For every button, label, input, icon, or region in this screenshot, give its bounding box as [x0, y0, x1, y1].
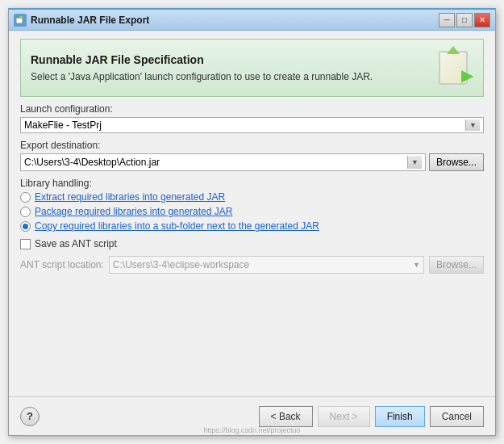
footer-left: ?	[20, 407, 259, 426]
library-handling-group: Library handling: Extract required libra…	[20, 178, 484, 232]
launch-config-value: MakeFlie - TestPrj	[24, 119, 465, 131]
export-dest-value: C:\Users\3-4\Desktop\Action.jar	[24, 157, 407, 168]
window-title: Runnable JAR File Export	[31, 15, 439, 26]
svg-rect-0	[16, 18, 23, 23]
launch-config-arrow[interactable]: ▼	[465, 119, 480, 131]
ant-browse-button[interactable]: Browse...	[429, 256, 484, 274]
svg-marker-1	[19, 16, 23, 19]
page-subtitle: Select a 'Java Application' launch confi…	[31, 71, 425, 82]
radio-extract-input[interactable]	[20, 192, 31, 203]
ant-checkbox[interactable]	[20, 239, 31, 249]
header-section: Runnable JAR File Specification Select a…	[20, 39, 484, 97]
ant-input-arrow: ▼	[413, 261, 420, 269]
window-icon	[14, 14, 27, 27]
library-handling-label: Library handling:	[20, 178, 484, 189]
radio-package-label: Package required libraries into generate…	[35, 206, 232, 217]
back-button[interactable]: < Back	[259, 406, 313, 427]
ant-script-input: C:\Users\3-4\eclipse-workspace ▼	[109, 256, 424, 274]
main-content: Runnable JAR File Specification Select a…	[9, 31, 495, 396]
ant-checkbox-row: Save as ANT script	[20, 238, 484, 249]
export-dest-row: C:\Users\3-4\Desktop\Action.jar ▼ Browse…	[20, 153, 484, 171]
radio-extract-label: Extract required libraries into generate…	[35, 191, 225, 203]
cancel-button[interactable]: Cancel	[430, 406, 484, 427]
radio-package[interactable]: Package required libraries into generate…	[20, 206, 484, 217]
export-browse-button[interactable]: Browse...	[429, 153, 484, 171]
header-icon-area: ▶	[433, 48, 473, 88]
watermark-url: https://blog.csdn.net/projectuo	[203, 426, 300, 434]
export-dest-label: Export destination:	[20, 140, 484, 151]
ant-checkbox-label: Save as ANT script	[35, 238, 117, 249]
main-window: Runnable JAR File Export ─ □ ✕ Runnable …	[8, 8, 496, 436]
header-text: Runnable JAR File Specification Select a…	[31, 53, 425, 82]
finish-button[interactable]: Finish	[375, 406, 425, 427]
page-title: Runnable JAR File Specification	[31, 53, 425, 66]
radio-extract[interactable]: Extract required libraries into generate…	[20, 191, 484, 203]
radio-copy[interactable]: Copy required libraries into a sub-folde…	[20, 220, 484, 232]
export-dest-dropdown[interactable]: C:\Users\3-4\Desktop\Action.jar ▼	[20, 153, 426, 171]
export-dest-arrow[interactable]: ▼	[407, 156, 422, 169]
arrow-icon: ▶	[461, 65, 473, 85]
export-dest-group: Export destination: C:\Users\3-4\Desktop…	[20, 140, 484, 171]
close-button[interactable]: ✕	[474, 13, 490, 27]
ant-location-row: ANT script location: C:\Users\3-4\eclips…	[20, 256, 484, 274]
ant-script-value: C:\Users\3-4\eclipse-workspace	[113, 259, 249, 270]
radio-package-input[interactable]	[20, 207, 31, 217]
window-controls: ─ □ ✕	[439, 13, 490, 27]
help-button[interactable]: ?	[20, 407, 40, 426]
title-bar: Runnable JAR File Export ─ □ ✕	[9, 10, 495, 31]
radio-copy-label: Copy required libraries into a sub-folde…	[35, 220, 319, 232]
launch-config-dropdown[interactable]: MakeFlie - TestPrj ▼	[20, 117, 484, 133]
radio-copy-input[interactable]	[20, 221, 31, 232]
minimize-button[interactable]: ─	[439, 13, 455, 27]
launch-config-label: Launch configuration:	[20, 103, 484, 115]
launch-config-group: Launch configuration: MakeFlie - TestPrj…	[20, 103, 484, 133]
next-button[interactable]: Next >	[318, 406, 370, 427]
radio-group: Extract required libraries into generate…	[20, 191, 484, 232]
footer-buttons: < Back Next > Finish Cancel	[259, 406, 484, 427]
maximize-button[interactable]: □	[456, 13, 473, 27]
ant-script-label: ANT script location:	[20, 259, 104, 270]
